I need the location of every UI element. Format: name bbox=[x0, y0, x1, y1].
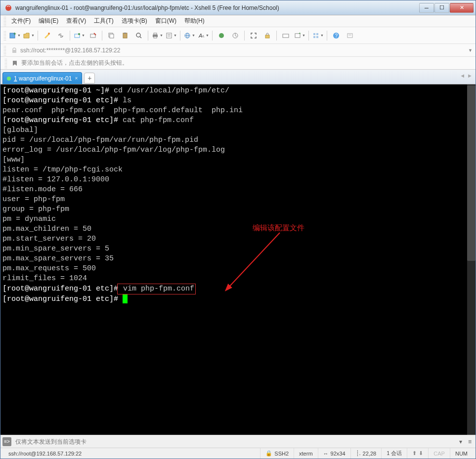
fullscreen-button[interactable] bbox=[247, 29, 260, 42]
toolbar-separator bbox=[276, 31, 277, 41]
menu-view[interactable]: 查看(V) bbox=[62, 16, 90, 26]
open-button[interactable]: ▼ bbox=[22, 29, 35, 42]
output: pm = dynamic bbox=[2, 215, 56, 223]
svg-rect-17 bbox=[167, 33, 172, 38]
prompt: [root@wangruifeng-01 ~]# bbox=[2, 86, 109, 95]
hintbar-grip[interactable] bbox=[4, 58, 7, 68]
status-path: ssh://root@192.168.57.129:22 bbox=[3, 448, 260, 459]
tab-next-icon[interactable]: ► bbox=[467, 73, 473, 79]
help-button[interactable]: ? bbox=[330, 29, 343, 42]
send-mode-icon[interactable]: ≡> bbox=[2, 437, 11, 446]
menu-tools[interactable]: 工具(T) bbox=[90, 16, 117, 26]
size-icon: ↔ bbox=[323, 451, 329, 457]
toolbar-separator bbox=[244, 31, 245, 41]
new-tab-button[interactable]: + bbox=[84, 73, 95, 83]
prompt: [root@wangruifeng-01 etc]# bbox=[2, 285, 118, 293]
toolbar-separator bbox=[327, 31, 327, 41]
output: listen = /tmp/php-fcgi.sock bbox=[2, 166, 123, 174]
cursor bbox=[123, 294, 128, 303]
command: cd /usr/local/php-fpm/etc/ bbox=[109, 86, 229, 95]
address-dropdown-icon[interactable]: ▼ bbox=[468, 48, 473, 53]
menu-tabs[interactable]: 选项卡(B) bbox=[118, 16, 151, 26]
keyboard-button[interactable] bbox=[279, 29, 292, 42]
tab-label: wangruifenglinux-01 bbox=[19, 75, 72, 82]
script-button[interactable] bbox=[344, 29, 356, 42]
svg-rect-36 bbox=[316, 36, 318, 38]
toolbar-separator bbox=[38, 31, 38, 41]
command: ls bbox=[118, 96, 131, 105]
hint-bar: → 要添加当前会话，点击左侧的箭头按钮。 bbox=[0, 57, 476, 70]
output: rlimit_files = 1024 bbox=[2, 274, 87, 283]
send-dropdown-icon[interactable]: ▾ bbox=[457, 437, 464, 446]
maximize-button[interactable]: ☐ bbox=[434, 3, 449, 13]
globe-button[interactable]: ▼ bbox=[183, 29, 196, 42]
address-input[interactable] bbox=[20, 47, 465, 54]
svg-point-12 bbox=[136, 33, 140, 37]
terminal[interactable]: [root@wangruifeng-01 ~]# cd /usr/local/p… bbox=[0, 84, 476, 435]
command: cat php-fpm.conf bbox=[118, 116, 194, 125]
status-bar: ssh://root@192.168.57.129:22 🔒SSH2 xterm… bbox=[0, 448, 476, 459]
output: pm.max_requests = 500 bbox=[2, 264, 96, 273]
toolbar-separator bbox=[180, 31, 180, 41]
disconnect-button[interactable] bbox=[87, 29, 99, 42]
svg-rect-28 bbox=[283, 34, 289, 38]
print-button[interactable]: ▼ bbox=[151, 29, 164, 42]
tile-button[interactable]: ▼ bbox=[311, 29, 324, 42]
send-menu-icon[interactable]: ≡ bbox=[466, 437, 474, 446]
menu-window[interactable]: 窗口(W) bbox=[151, 16, 180, 26]
status-sessions: 1 会话 bbox=[381, 448, 407, 459]
lock-icon bbox=[11, 47, 17, 53]
minimize-button[interactable]: ─ bbox=[419, 3, 434, 13]
reconnect-button[interactable]: ▼ bbox=[73, 29, 86, 42]
link-button[interactable] bbox=[54, 29, 67, 42]
output: pm.min_spare_servers = 5 bbox=[2, 245, 109, 253]
toolbar-separator bbox=[212, 31, 213, 41]
close-button[interactable]: ✕ bbox=[450, 3, 474, 13]
svg-rect-16 bbox=[154, 37, 157, 38]
terminal-scrollbar[interactable] bbox=[467, 84, 476, 435]
tab-index: 1 bbox=[14, 75, 17, 82]
terminal-type-button[interactable] bbox=[229, 29, 242, 42]
titlebar: wangruifenglinux-01 - root@wangruifeng-0… bbox=[0, 0, 476, 15]
font-button[interactable]: AA▼ bbox=[197, 29, 210, 42]
bookmark-icon[interactable]: → bbox=[11, 60, 18, 67]
output: #listen.mode = 666 bbox=[2, 185, 83, 194]
menubar-grip[interactable] bbox=[3, 16, 6, 26]
tab-prev-icon[interactable]: ◄ bbox=[460, 73, 465, 79]
output: pm.start_servers = 20 bbox=[2, 235, 96, 243]
copy-button[interactable] bbox=[105, 29, 118, 42]
properties-button[interactable]: ▼ bbox=[165, 29, 177, 42]
addressbar-grip[interactable] bbox=[3, 45, 6, 55]
status-cursor-pos: ┊. 22,28 bbox=[350, 448, 382, 459]
find-button[interactable] bbox=[132, 29, 145, 42]
menubar: 文件(F) 编辑(E) 查看(V) 工具(T) 选项卡(B) 窗口(W) 帮助(… bbox=[0, 15, 476, 27]
highlight-button[interactable] bbox=[41, 29, 53, 42]
toolbar: +▼ ▼ ▼ ▼ ▼ ▼ AA▼ +▼ ▼ ? bbox=[0, 27, 476, 44]
connection-status-icon bbox=[7, 77, 11, 81]
lock-button[interactable] bbox=[261, 29, 274, 42]
position-icon: ┊. bbox=[356, 450, 361, 457]
hint-text: 要添加当前会话，点击左侧的箭头按钮。 bbox=[21, 59, 128, 67]
lock-icon: 🔒 bbox=[265, 450, 272, 457]
svg-rect-27 bbox=[265, 35, 269, 38]
session-tab[interactable]: 1 wangruifenglinux-01 × bbox=[2, 72, 82, 84]
menu-help[interactable]: 帮助(H) bbox=[180, 16, 209, 26]
svg-rect-6 bbox=[90, 34, 95, 38]
output: pid = /usr/local/php-fpm/var/run/php-fpm… bbox=[2, 136, 198, 144]
svg-rect-35 bbox=[313, 36, 315, 38]
tab-close-icon[interactable]: × bbox=[75, 76, 78, 81]
address-bar: ▼ bbox=[0, 44, 476, 57]
new-session-button[interactable]: +▼ bbox=[8, 29, 21, 42]
color-scheme-button[interactable] bbox=[215, 29, 228, 42]
menu-edit[interactable]: 编辑(E) bbox=[35, 16, 62, 26]
download-icon: ⬇ bbox=[419, 450, 423, 457]
svg-rect-42 bbox=[12, 50, 16, 53]
svg-text:+: + bbox=[13, 32, 16, 37]
paste-button[interactable] bbox=[119, 29, 131, 42]
toolbar-grip[interactable] bbox=[3, 31, 6, 41]
status-terminal-type: xterm bbox=[294, 448, 318, 459]
output: pm.max_children = 50 bbox=[2, 225, 91, 233]
transfer-button[interactable]: +▼ bbox=[293, 29, 306, 42]
send-input[interactable] bbox=[13, 437, 455, 446]
menu-file[interactable]: 文件(F) bbox=[7, 16, 35, 26]
